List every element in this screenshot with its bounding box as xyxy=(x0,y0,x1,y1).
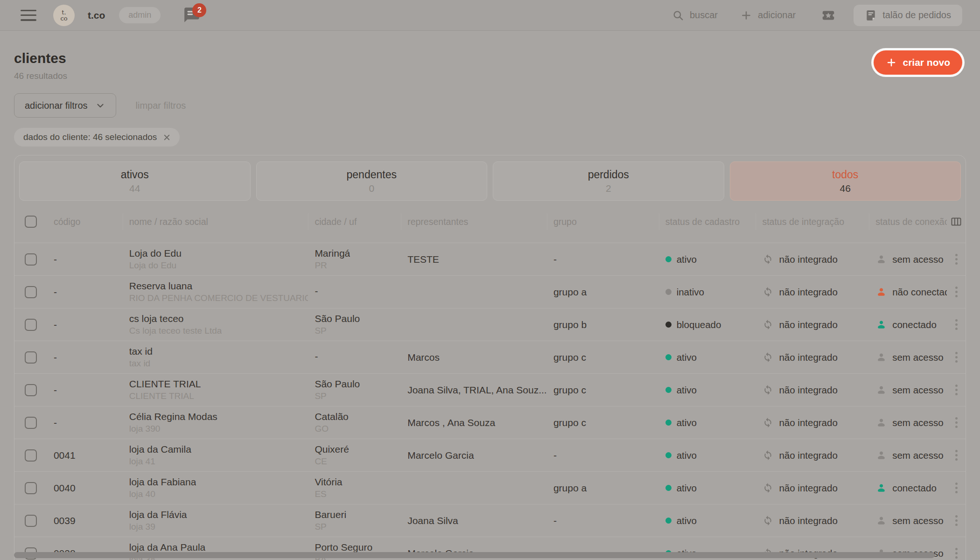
brand-name: t.co xyxy=(88,10,105,21)
table-row[interactable]: - Reserva luana RIO DA PENHA COMERCIO DE… xyxy=(14,275,966,308)
sync-icon xyxy=(762,515,774,526)
row-menu-button[interactable] xyxy=(955,254,958,265)
row-menu-button[interactable] xyxy=(955,515,958,526)
integration-status: não integrado xyxy=(779,319,837,330)
create-new-button[interactable]: criar novo xyxy=(874,50,962,75)
client-legal-name: loja 40 xyxy=(129,489,196,499)
connection-status: conectado xyxy=(892,319,937,330)
person-icon xyxy=(875,482,887,494)
table-row[interactable]: - tax id tax id - Marcos grupo c ativo xyxy=(14,341,966,373)
person-icon xyxy=(875,286,887,298)
column-picker-icon[interactable] xyxy=(950,216,962,228)
row-checkbox[interactable] xyxy=(25,482,37,494)
column-header-registration-status: status de cadastro xyxy=(665,217,740,227)
column-header-code: código xyxy=(54,217,80,227)
client-name: loja da Fabiana xyxy=(129,476,196,488)
close-icon[interactable] xyxy=(162,133,171,142)
client-name: Reserva luana xyxy=(129,280,308,292)
client-group: grupo a xyxy=(553,287,587,298)
row-checkbox[interactable] xyxy=(25,253,37,266)
create-new-label: criar novo xyxy=(903,57,950,68)
company-logo[interactable]: t. co xyxy=(53,5,75,26)
client-code: 0039 xyxy=(54,515,76,526)
client-name: Loja do Edu xyxy=(129,248,182,259)
registration-status: inativo xyxy=(677,287,704,298)
row-checkbox[interactable] xyxy=(25,286,37,298)
chat-button[interactable]: 2 xyxy=(183,6,201,25)
connection-status: conectado xyxy=(892,483,937,494)
results-count: 46 resultados xyxy=(14,71,966,81)
status-tab[interactable]: todos 46 xyxy=(730,161,961,201)
client-code: - xyxy=(54,352,57,363)
table-row[interactable]: - Célia Regina Modas loja 390 Catalão GO… xyxy=(14,406,966,439)
client-state: ES xyxy=(315,489,342,499)
favorites-button[interactable] xyxy=(816,5,840,26)
row-checkbox[interactable] xyxy=(25,384,37,396)
ticket-star-icon xyxy=(821,8,836,22)
status-tabs: ativos 44 pendentes 0 perdidos 2 todos 4… xyxy=(14,155,966,201)
row-menu-button[interactable] xyxy=(955,548,958,559)
person-icon xyxy=(875,319,887,330)
connection-status: não conectado xyxy=(892,287,947,298)
order-pad-button[interactable]: talão de pedidos xyxy=(854,5,962,26)
person-icon xyxy=(875,417,887,428)
table-row[interactable]: 0039 loja da Flávia loja 39 Barueri SP J… xyxy=(14,504,966,537)
sync-icon xyxy=(762,417,774,428)
registration-status-dot xyxy=(665,420,672,426)
registration-status-dot xyxy=(665,322,672,328)
table-row[interactable]: - Loja do Edu Loja do Edu Maringá PR TES… xyxy=(14,243,966,275)
row-checkbox[interactable] xyxy=(25,319,37,331)
row-checkbox[interactable] xyxy=(25,515,37,527)
table-row[interactable]: 0040 loja da Fabiana loja 40 Vitória ES … xyxy=(14,471,966,504)
row-menu-button[interactable] xyxy=(955,385,958,395)
row-menu-button[interactable] xyxy=(955,287,958,297)
row-menu-button[interactable] xyxy=(955,417,958,428)
table-row[interactable]: - CLIENTE TRIAL CLIENTE TRIAL São Paulo … xyxy=(14,373,966,406)
client-group: - xyxy=(553,450,557,461)
add-button[interactable]: adicionar xyxy=(740,9,796,21)
client-state: SP xyxy=(315,391,360,401)
table-row[interactable]: 0041 loja da Camila loja 41 Quixeré CE M… xyxy=(14,439,966,471)
integration-status: não integrado xyxy=(779,483,837,494)
plus-icon xyxy=(740,9,752,21)
status-tab[interactable]: perdidos 2 xyxy=(493,161,724,201)
client-city: Vitória xyxy=(315,476,342,488)
horizontal-scrollbar[interactable] xyxy=(14,552,935,558)
search-button[interactable]: buscar xyxy=(672,9,718,21)
add-filters-button[interactable]: adicionar filtros xyxy=(14,93,116,118)
registration-status: ativo xyxy=(677,352,697,363)
filter-chip-label: dados do cliente: 46 selecionados xyxy=(23,132,157,142)
row-menu-button[interactable] xyxy=(955,483,958,493)
chat-badge: 2 xyxy=(192,3,206,17)
client-legal-name: Loja do Edu xyxy=(129,260,182,271)
active-filter-chip[interactable]: dados do cliente: 46 selecionados xyxy=(14,128,180,147)
person-icon xyxy=(875,449,887,461)
client-group: grupo c xyxy=(553,352,586,363)
row-checkbox[interactable] xyxy=(25,351,37,364)
row-menu-button[interactable] xyxy=(955,450,958,461)
search-label: buscar xyxy=(690,10,718,21)
client-representatives: Marcelo Garcia xyxy=(407,450,547,461)
status-tab[interactable]: ativos 44 xyxy=(19,161,251,201)
order-pad-icon xyxy=(865,9,877,22)
registration-status-dot xyxy=(665,387,672,393)
table-row[interactable]: - cs loja teceo Cs loja teceo teste Ltda… xyxy=(14,308,966,341)
registration-status: bloqueado xyxy=(677,319,721,330)
tab-label: pendentes xyxy=(347,168,397,181)
clear-filters-button[interactable]: limpar filtros xyxy=(136,100,186,111)
status-tab[interactable]: pendentes 0 xyxy=(256,161,488,201)
select-all-checkbox[interactable] xyxy=(25,216,37,228)
row-menu-button[interactable] xyxy=(955,319,958,330)
tab-count: 0 xyxy=(369,183,374,194)
row-menu-button[interactable] xyxy=(955,352,958,363)
column-header-city: cidade / uf xyxy=(315,217,357,227)
menu-icon[interactable] xyxy=(21,10,36,21)
person-icon xyxy=(875,253,887,265)
sync-icon xyxy=(762,351,774,363)
client-representatives: Marcos , Ana Souza xyxy=(407,417,547,428)
row-checkbox[interactable] xyxy=(25,449,37,462)
row-checkbox[interactable] xyxy=(25,417,37,429)
client-city: São Paulo xyxy=(315,378,360,390)
chevron-down-icon xyxy=(95,100,105,111)
client-legal-name: RIO DA PENHA COMERCIO DE VESTUARIO... xyxy=(129,293,308,303)
